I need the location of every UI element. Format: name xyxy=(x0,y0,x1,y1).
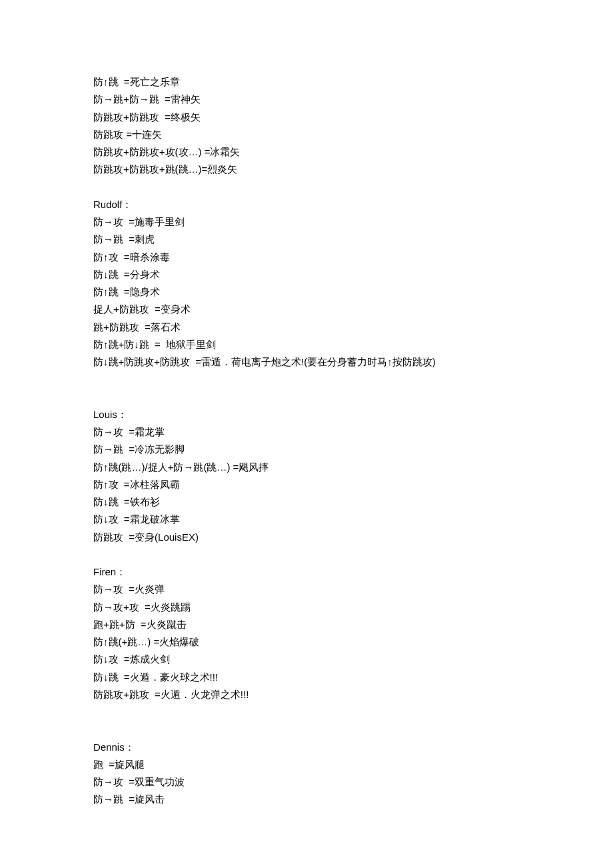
move-line: 防→跳 =刺虎 xyxy=(93,231,526,248)
character-name: Louis： xyxy=(93,406,526,423)
section-gap xyxy=(93,703,526,739)
section-gap xyxy=(93,179,526,196)
move-line: 防→跳 =旋风击 xyxy=(93,791,526,808)
move-line: 防→跳 =冷冻无影脚 xyxy=(93,441,526,458)
move-line: 防↑跳(+跳…) =火焰爆破 xyxy=(93,633,526,651)
move-line: 防↑跳+防↓跳 = 地狱手里剑 xyxy=(93,336,526,353)
move-line: 防↓攻 =炼成火剑 xyxy=(93,651,526,668)
move-line: 捉人+防跳攻 =变身术 xyxy=(93,301,526,318)
move-line: 防→攻 =双重气功波 xyxy=(93,773,526,791)
move-line: 防↑跳(跳…)/捉人+防→跳(跳…) =飓风摔 xyxy=(93,459,526,476)
move-line: 防→攻+攻 =火炎跳踢 xyxy=(93,599,526,616)
move-line: 跑 =旋风腿 xyxy=(93,756,526,773)
move-line: 防↑攻 =冰柱落凤霸 xyxy=(93,476,526,493)
move-line: 防跳攻 =十连矢 xyxy=(93,126,526,143)
move-line: 防→攻 =施毒手里剑 xyxy=(93,213,526,231)
move-line: 防↓跳+防跳攻+防跳攻 =雷遁．荷电离子炮之术!(要在分身蓄力时马↑按防跳攻) xyxy=(93,353,526,371)
character-name: Firen： xyxy=(93,563,526,581)
character-name: Rudolf： xyxy=(93,196,526,213)
character-name: Dennis： xyxy=(93,739,526,756)
document-body: 防↑跳 =死亡之乐章防→跳+防→跳 =雷神矢防跳攻+防跳攻 =终极矢防跳攻 =十… xyxy=(93,73,526,809)
move-line: 跳+防跳攻 =落石术 xyxy=(93,319,526,336)
move-line: 防跳攻+防跳攻+跳(跳…)=烈炎矢 xyxy=(93,161,526,178)
move-line: 防↓跳 =分身术 xyxy=(93,266,526,283)
move-line: 防跳攻+跳攻 =火遁．火龙弹之术!!! xyxy=(93,686,526,703)
move-line: 防→攻 =霜龙掌 xyxy=(93,423,526,441)
section-gap xyxy=(93,371,526,406)
move-line: 防跳攻 =变身(LouisEX) xyxy=(93,529,526,546)
move-line: 防→跳+防→跳 =雷神矢 xyxy=(93,91,526,108)
move-line: 防跳攻+防跳攻 =终极矢 xyxy=(93,109,526,126)
move-line: 防→攻 =火炎弹 xyxy=(93,581,526,598)
move-line: 防跳攻+防跳攻+攻(攻…) =冰霜矢 xyxy=(93,143,526,161)
move-line: 防↓跳 =铁布衫 xyxy=(93,493,526,511)
move-line: 防↑跳 =死亡之乐章 xyxy=(93,73,526,91)
move-line: 防↑跳 =隐身术 xyxy=(93,283,526,301)
move-line: 防↓攻 =霜龙破冰掌 xyxy=(93,511,526,528)
move-line: 防↑攻 =暗杀涂毒 xyxy=(93,249,526,266)
section-gap xyxy=(93,546,526,563)
move-line: 防↓跳 =火遁．豪火球之术!!! xyxy=(93,669,526,686)
move-line: 跑+跳+防 =火炎蹴击 xyxy=(93,616,526,633)
